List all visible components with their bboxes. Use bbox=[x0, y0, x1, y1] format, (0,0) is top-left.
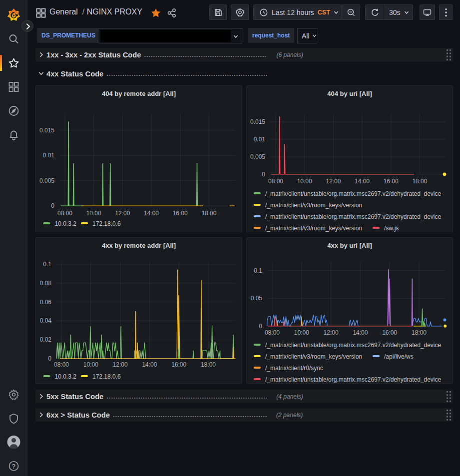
svg-text:16:00: 16:00 bbox=[173, 210, 188, 217]
svg-text:0.01: 0.01 bbox=[254, 136, 266, 143]
svg-text:0.02: 0.02 bbox=[40, 336, 52, 343]
svg-text:12:00: 12:00 bbox=[115, 210, 130, 217]
svg-text:0.06: 0.06 bbox=[40, 299, 52, 306]
svg-text:08:00: 08:00 bbox=[268, 178, 283, 185]
svg-text:/_matrix/client/unstable/org.m: /_matrix/client/unstable/org.matrix.msc2… bbox=[265, 190, 442, 197]
svg-text:0.015: 0.015 bbox=[39, 127, 54, 134]
svg-text:10.0.3.2: 10.0.3.2 bbox=[55, 220, 77, 227]
svg-text:/_matrix/client/unstable/org.m: /_matrix/client/unstable/org.matrix.msc2… bbox=[265, 213, 442, 220]
svg-text:/_matrix/client/v3/room_keys/v: /_matrix/client/v3/room_keys/version bbox=[265, 225, 362, 232]
svg-text:0.08: 0.08 bbox=[40, 280, 52, 287]
svg-text:0: 0 bbox=[48, 355, 51, 362]
svg-text:0: 0 bbox=[51, 202, 54, 209]
svg-text:0.01: 0.01 bbox=[43, 152, 55, 159]
svg-text:/_matrix/client/v3/room_keys/v: /_matrix/client/v3/room_keys/version bbox=[265, 202, 362, 209]
svg-text:18:00: 18:00 bbox=[201, 361, 216, 368]
svg-text:0.1: 0.1 bbox=[254, 267, 262, 274]
svg-text:10:00: 10:00 bbox=[83, 361, 98, 368]
svg-text:/sw.js: /sw.js bbox=[384, 225, 399, 232]
svg-text:10:00: 10:00 bbox=[294, 329, 309, 336]
svg-text:0.04: 0.04 bbox=[40, 317, 52, 324]
svg-text:/_matrix/client/unstable/org.m: /_matrix/client/unstable/org.matrix.msc2… bbox=[265, 342, 442, 349]
svg-text:172.18.0.6: 172.18.0.6 bbox=[92, 220, 121, 227]
svg-text:12:00: 12:00 bbox=[326, 178, 341, 185]
svg-text:08:00: 08:00 bbox=[57, 210, 72, 217]
svg-text:?: ? bbox=[12, 463, 15, 470]
svg-text:0.005: 0.005 bbox=[39, 177, 54, 184]
svg-text:/_matrix/client/r0/sync: /_matrix/client/r0/sync bbox=[265, 365, 323, 372]
svg-text:18:00: 18:00 bbox=[412, 178, 427, 185]
svg-text:0: 0 bbox=[262, 171, 265, 178]
svg-text:08:00: 08:00 bbox=[265, 329, 280, 336]
svg-text:/_matrix/client/v3/room_keys/v: /_matrix/client/v3/room_keys/version bbox=[265, 353, 362, 360]
svg-text:14:00: 14:00 bbox=[353, 329, 368, 336]
svg-text:14:00: 14:00 bbox=[142, 361, 157, 368]
svg-text:14:00: 14:00 bbox=[355, 178, 370, 185]
svg-text:18:00: 18:00 bbox=[201, 210, 216, 217]
svg-text:0.1: 0.1 bbox=[43, 261, 51, 268]
svg-text:16:00: 16:00 bbox=[171, 361, 186, 368]
svg-text:10:00: 10:00 bbox=[297, 178, 312, 185]
svg-text:14:00: 14:00 bbox=[144, 210, 159, 217]
svg-text:08:00: 08:00 bbox=[54, 361, 69, 368]
svg-text:0.015: 0.015 bbox=[250, 118, 265, 125]
svg-text:/api/live/ws: /api/live/ws bbox=[384, 353, 414, 360]
svg-text:16:00: 16:00 bbox=[382, 329, 397, 336]
svg-text:0.005: 0.005 bbox=[250, 153, 265, 160]
svg-text:172.18.0.6: 172.18.0.6 bbox=[92, 373, 121, 380]
svg-text:/_matrix/client/unstable/org.m: /_matrix/client/unstable/org.matrix.msc2… bbox=[265, 376, 442, 383]
svg-text:10:00: 10:00 bbox=[86, 210, 101, 217]
svg-text:0: 0 bbox=[259, 323, 262, 330]
svg-text:10.0.3.2: 10.0.3.2 bbox=[55, 373, 77, 380]
svg-text:18:00: 18:00 bbox=[412, 329, 427, 336]
svg-text:16:00: 16:00 bbox=[384, 178, 399, 185]
svg-text:0.05: 0.05 bbox=[251, 295, 263, 302]
svg-text:12:00: 12:00 bbox=[324, 329, 339, 336]
svg-text:12:00: 12:00 bbox=[113, 361, 128, 368]
